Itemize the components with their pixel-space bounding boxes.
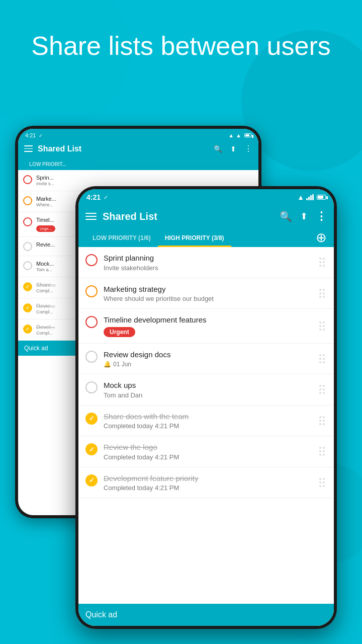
drag-dot: [323, 296, 325, 298]
add-tab-button[interactable]: ⊕: [316, 231, 327, 247]
bg-app-title: Shared List: [38, 144, 209, 153]
drag-dot: [319, 388, 321, 390]
signal-bars: [306, 194, 314, 200]
task-item-review-design: Review design docs 🔔 01 Jun: [78, 344, 334, 375]
bg-cb-review: [23, 242, 32, 251]
battery-icon: [317, 195, 326, 200]
drag-dot: [319, 321, 321, 324]
bg-status-time: 4:21 ✓: [25, 132, 43, 138]
bg-ham-line2: [24, 148, 33, 149]
task-title-dev-feature: Development feature priority: [104, 473, 311, 484]
due-date-review: 01 Jun: [113, 361, 131, 368]
drag-dot: [319, 261, 321, 263]
checkbox-dev-feature[interactable]: [85, 474, 98, 487]
bg-check-mark: ✓: [39, 133, 43, 138]
bg-cb-sprint: [23, 175, 32, 184]
drag-dot: [323, 450, 325, 452]
task-content-review-design: Review design docs 🔔 01 Jun: [104, 350, 311, 368]
share-button[interactable]: ⬆: [300, 212, 308, 221]
tabs-bar: LOW PRIORITY (1/6) HIGH PRIORITY (3/8) ⊕: [78, 229, 334, 247]
tab-high-label: HIGH PRIORITY (3/8): [165, 234, 224, 242]
task-title-timeline: Timeline development features: [104, 315, 311, 325]
checkbox-share-docs[interactable]: [85, 413, 98, 425]
tab-low-priority[interactable]: LOW PRIORITY (1/6): [85, 229, 158, 247]
task-sub-share-docs: Completed today 4:21 PM: [104, 422, 311, 430]
quick-add-bar[interactable]: Quick ad: [78, 604, 334, 626]
checkbox-timeline[interactable]: [85, 316, 98, 328]
bg-tab-low: LOW PRIORIT...: [24, 157, 71, 170]
task-item-share-docs: Share docs with the team Completed today…: [78, 406, 334, 437]
drag-dot: [319, 289, 321, 291]
bg-cb-devf: [23, 325, 32, 334]
tab-high-priority[interactable]: HIGH PRIORITY (3/8): [158, 229, 231, 247]
bg-more-icon: ⋮: [244, 144, 252, 153]
checkbox-sprint[interactable]: [85, 254, 98, 266]
status-right: ▲: [297, 193, 326, 201]
bg-cb-share: [23, 282, 32, 291]
hero-text: Share lists between users: [0, 30, 362, 61]
bg-battery-fill: [245, 134, 249, 136]
drag-dot: [323, 329, 325, 331]
task-sub-marketing: Where should we prioritise our budget: [104, 295, 311, 302]
drag-handle-marketing: [317, 287, 327, 300]
checkbox-marketing[interactable]: [85, 285, 98, 297]
task-sub-dev-feature: Completed today 4:21 PM: [104, 484, 311, 492]
drag-dot: [319, 423, 321, 425]
drag-dot: [323, 325, 325, 327]
drag-dot: [323, 358, 325, 360]
drag-dot: [323, 289, 325, 291]
drag-dot: [319, 485, 321, 487]
ham-line1: [85, 213, 97, 214]
bg-title-sprint: Sprin...: [36, 175, 253, 181]
bg-time-label: 4:21: [25, 132, 36, 138]
drag-dot: [319, 258, 321, 260]
drag-dot: [323, 447, 325, 449]
app-title: Shared List: [103, 211, 274, 222]
task-title-marketing: Marketing strategy: [104, 284, 311, 294]
drag-handle-review: [317, 352, 327, 365]
task-content-mockups: Mock ups Tom and Dan: [104, 380, 311, 399]
task-item-dev-feature: Development feature priority Completed t…: [78, 467, 334, 499]
drag-dot: [319, 481, 321, 484]
bg-circle-1: [0, 0, 131, 131]
task-item-review-logo: Review the logo Completed today 4:21 PM: [78, 436, 334, 467]
ham-line3: [85, 219, 97, 220]
search-button[interactable]: 🔍: [280, 211, 292, 221]
drag-dot: [319, 358, 321, 360]
drag-handle-revlogo: [317, 445, 327, 458]
drag-dot: [319, 416, 321, 418]
task-sub-mockups: Tom and Dan: [104, 391, 311, 399]
quick-add-label: Quick ad: [85, 610, 117, 619]
drag-dot: [323, 361, 325, 363]
drag-dot: [319, 478, 321, 480]
drag-dot: [319, 354, 321, 356]
drag-dot: [323, 354, 325, 356]
status-bar: 4:21 ✓ ▲: [78, 189, 334, 203]
drag-handle-timeline: [317, 319, 327, 333]
task-content-share-docs: Share docs with the team Completed today…: [104, 412, 311, 430]
drag-dot: [323, 385, 325, 387]
drag-dot: [323, 416, 325, 418]
wifi-icon: ▲: [297, 193, 304, 201]
bg-battery-icon: [244, 133, 251, 137]
bg-content-sprint: Sprin... Invite s...: [36, 175, 253, 186]
tab-low-label: LOW PRIORITY (1/6): [93, 234, 151, 242]
signal-bar-3: [310, 195, 312, 200]
drag-dot: [319, 329, 321, 331]
drag-dot: [323, 261, 325, 263]
app-bar-icons: 🔍 ⬆ ⋮: [280, 211, 327, 222]
drag-handle-devf: [317, 476, 327, 489]
drag-dot: [323, 478, 325, 480]
checkbox-review-logo[interactable]: [85, 443, 98, 455]
bg-status-bar: 4:21 ✓ ▲ ▲: [18, 129, 258, 140]
time-label: 4:21: [86, 193, 101, 201]
bg-cb-timeline: [23, 217, 32, 226]
checkbox-mockups[interactable]: [85, 381, 98, 393]
menu-button[interactable]: [85, 213, 97, 220]
drag-handle-mockups: [317, 383, 327, 396]
drag-dot: [323, 292, 325, 294]
more-button[interactable]: ⋮: [316, 211, 327, 222]
drag-dot: [319, 385, 321, 387]
checkbox-review-design[interactable]: [85, 351, 98, 363]
drag-dot: [323, 481, 325, 484]
